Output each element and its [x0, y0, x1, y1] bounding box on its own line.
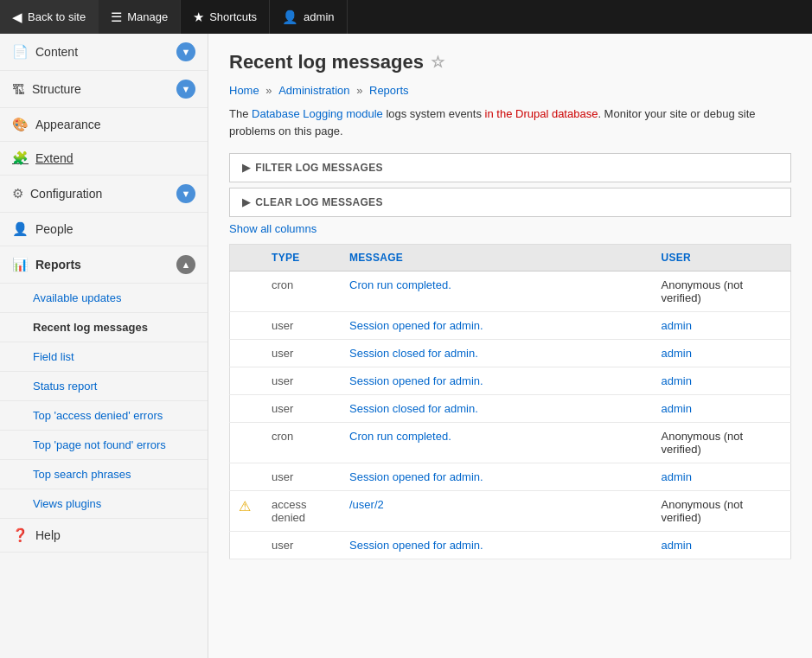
row-icon-cell: [230, 532, 264, 559]
filter-toggle[interactable]: ▶ FILTER LOG MESSAGES: [230, 154, 790, 182]
table-header-row: TYPE MESSAGE USER: [230, 245, 791, 272]
favorite-star-icon[interactable]: ☆: [431, 53, 444, 72]
sidebar-item-structure[interactable]: 🏗 Structure ▼: [0, 71, 208, 108]
sidebar-subitem-views-plugins[interactable]: Views plugins: [0, 489, 208, 519]
row-type: cron: [263, 423, 341, 463]
row-user[interactable]: admin: [653, 463, 791, 491]
appearance-icon: 🎨: [12, 117, 29, 132]
star-icon: ★: [193, 10, 204, 25]
page-title: Recent log messages ☆: [229, 51, 791, 73]
structure-chevron: ▼: [176, 80, 195, 99]
table-row: userSession closed for admin.admin: [230, 395, 791, 423]
row-icon-cell: [230, 272, 264, 312]
sidebar-item-people[interactable]: 👤 People: [0, 213, 208, 246]
reports-submenu: Available updates Recent log messages Fi…: [0, 284, 208, 519]
row-message[interactable]: Cron run completed.: [341, 272, 653, 312]
col-user[interactable]: USER: [653, 245, 791, 272]
table-row: ⚠access denied/user/2Anonymous (not veri…: [230, 491, 791, 532]
row-message[interactable]: Session opened for admin.: [341, 532, 653, 559]
table-row: cronCron run completed.Anonymous (not ve…: [230, 272, 791, 312]
row-icon-cell: [230, 423, 264, 463]
content-icon: 📄: [12, 44, 29, 60]
config-icon: ⚙: [12, 186, 23, 201]
sidebar: 📄 Content ▼ 🏗 Structure ▼ 🎨 Appearance 🧩…: [0, 34, 208, 658]
breadcrumb-reports[interactable]: Reports: [369, 84, 409, 97]
table-row: cronCron run completed.Anonymous (not ve…: [230, 423, 791, 463]
row-user[interactable]: admin: [653, 395, 791, 423]
row-type: access denied: [263, 491, 341, 532]
row-type: user: [263, 463, 341, 491]
row-user[interactable]: admin: [653, 532, 791, 559]
col-type[interactable]: TYPE: [263, 245, 341, 272]
row-type: cron: [263, 272, 341, 312]
sidebar-item-content[interactable]: 📄 Content ▼: [0, 34, 208, 71]
row-message[interactable]: /user/2: [341, 491, 653, 532]
log-table: TYPE MESSAGE USER cronCron run completed…: [229, 244, 791, 559]
row-icon-cell: [230, 312, 264, 340]
sidebar-subitem-field-list[interactable]: Field list: [0, 342, 208, 372]
row-message[interactable]: Session opened for admin.: [341, 312, 653, 340]
sidebar-subitem-recent-log[interactable]: Recent log messages: [0, 313, 208, 342]
admin-button[interactable]: 👤 admin: [270, 0, 347, 34]
breadcrumb-home[interactable]: Home: [229, 84, 259, 97]
back-icon: ◀: [12, 10, 22, 25]
filter-section: ▶ FILTER LOG MESSAGES: [229, 153, 791, 182]
row-user: Anonymous (not verified): [653, 272, 791, 312]
main-layout: 📄 Content ▼ 🏗 Structure ▼ 🎨 Appearance 🧩…: [0, 34, 812, 658]
top-navigation: ◀ Back to site ☰ Manage ★ Shortcuts 👤 ad…: [0, 0, 812, 34]
row-message[interactable]: Session opened for admin.: [341, 367, 653, 395]
extend-icon: 🧩: [12, 150, 29, 166]
people-icon: 👤: [12, 221, 29, 237]
row-icon-cell: ⚠: [230, 491, 264, 532]
warning-icon: ⚠: [239, 498, 251, 514]
sidebar-subitem-available-updates[interactable]: Available updates: [0, 284, 208, 313]
row-user: Anonymous (not verified): [653, 423, 791, 463]
sidebar-subitem-page-not-found[interactable]: Top 'page not found' errors: [0, 431, 208, 460]
config-chevron: ▼: [176, 184, 195, 203]
sidebar-item-help[interactable]: ❓ Help: [0, 519, 208, 553]
col-message[interactable]: MESSAGE: [341, 245, 653, 272]
row-user[interactable]: admin: [653, 340, 791, 367]
col-icon: [230, 245, 264, 272]
manage-icon: ☰: [111, 10, 122, 25]
table-row: userSession closed for admin.admin: [230, 340, 791, 367]
sidebar-subitem-search-phrases[interactable]: Top search phrases: [0, 460, 208, 489]
db-logging-link[interactable]: Database Logging module: [252, 107, 383, 120]
show-columns-link[interactable]: Show all columns: [229, 222, 316, 235]
clear-section: ▶ CLEAR LOG MESSAGES: [229, 188, 791, 217]
row-type: user: [263, 532, 341, 559]
manage-button[interactable]: ☰ Manage: [99, 0, 181, 34]
page-description: The Database Logging module logs system …: [229, 105, 791, 139]
shortcuts-button[interactable]: ★ Shortcuts: [181, 0, 270, 34]
sidebar-item-configuration[interactable]: ⚙ Configuration ▼: [0, 176, 208, 213]
row-icon-cell: [230, 395, 264, 423]
sidebar-item-reports[interactable]: 📊 Reports ▲: [0, 246, 208, 284]
row-message[interactable]: Session closed for admin.: [341, 340, 653, 367]
row-message[interactable]: Session opened for admin.: [341, 463, 653, 491]
main-content: Recent log messages ☆ Home » Administrat…: [208, 34, 812, 658]
reports-chevron: ▲: [176, 255, 195, 274]
row-type: user: [263, 340, 341, 367]
sidebar-subitem-status-report[interactable]: Status report: [0, 372, 208, 401]
row-user[interactable]: admin: [653, 312, 791, 340]
row-icon-cell: [230, 340, 264, 367]
clear-toggle[interactable]: ▶ CLEAR LOG MESSAGES: [230, 188, 790, 216]
row-message[interactable]: Session closed for admin.: [341, 395, 653, 423]
user-icon: 👤: [282, 10, 298, 25]
sidebar-item-extend[interactable]: 🧩 Extend: [0, 142, 208, 176]
row-icon-cell: [230, 463, 264, 491]
row-type: user: [263, 312, 341, 340]
breadcrumb-admin[interactable]: Administration: [278, 84, 349, 97]
reports-icon: 📊: [12, 257, 29, 272]
sidebar-item-appearance[interactable]: 🎨 Appearance: [0, 108, 208, 142]
row-type: user: [263, 395, 341, 423]
row-message[interactable]: Cron run completed.: [341, 423, 653, 463]
filter-arrow-icon: ▶: [242, 162, 250, 174]
clear-arrow-icon: ▶: [242, 196, 250, 208]
structure-icon: 🏗: [12, 82, 25, 97]
sidebar-subitem-access-denied[interactable]: Top 'access denied' errors: [0, 401, 208, 431]
table-row: userSession opened for admin.admin: [230, 367, 791, 395]
content-chevron: ▼: [176, 42, 195, 61]
back-to-site-button[interactable]: ◀ Back to site: [0, 0, 99, 34]
row-user[interactable]: admin: [653, 367, 791, 395]
